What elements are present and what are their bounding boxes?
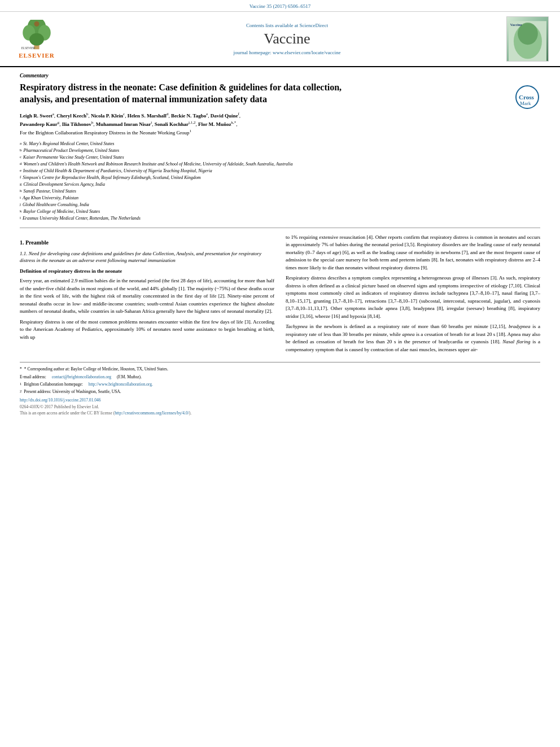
journal-header-center: Contents lists available at ScienceDirec… bbox=[68, 23, 506, 55]
crossmark-icon: Cross Mark bbox=[515, 85, 540, 110]
author-1: Leigh R. Sweet bbox=[20, 113, 53, 119]
body-col-right: to 1% requiring extensive resuscitation … bbox=[286, 234, 540, 357]
note1-sup: 1 bbox=[20, 381, 21, 387]
svg-text:ELSEVIER: ELSEVIER bbox=[21, 46, 36, 50]
page: Vaccine 35 (2017) 6506–6517 ELSEVIER ELS… bbox=[0, 0, 560, 747]
sciencedirect-link[interactable]: ScienceDirect bbox=[300, 23, 328, 28]
svg-point-5 bbox=[34, 21, 39, 26]
title-row: Respiratory distress in the neonate: Cas… bbox=[20, 82, 540, 111]
body-columns: 1. Preamble 1.1. Need for developing cas… bbox=[20, 234, 540, 357]
journal-homepage: journal homepage: www.elsevier.com/locat… bbox=[79, 50, 495, 55]
note1-link[interactable]: http://www.brightoncollaboration.org. bbox=[89, 381, 153, 387]
sciencedirect-line: Contents lists available at ScienceDirec… bbox=[79, 23, 495, 28]
issn-line: 0264-410X/© 2017 Published by Elsevier L… bbox=[20, 404, 540, 410]
email-label: E-mail address: bbox=[20, 374, 46, 380]
cc-text: This is an open access article under the… bbox=[20, 410, 115, 416]
section-1-sub2: Definition of respiratory distress in th… bbox=[20, 268, 274, 276]
cover-image-svg: Vaccine bbox=[509, 19, 546, 62]
cc-link[interactable]: http://creativecommons.org/licenses/by/4… bbox=[115, 410, 189, 416]
elsevier-logo-box: ELSEVIER ELSEVIER bbox=[6, 16, 68, 62]
journal-citation: Vaccine 35 (2017) 6506–6517 bbox=[250, 3, 311, 9]
author-10: Sonali Kochhar bbox=[155, 121, 189, 127]
elsevier-tree-icon: ELSEVIER bbox=[17, 20, 56, 51]
authors-section: Leigh R. Sweeta, Cheryl Keechb, Nicola P… bbox=[20, 111, 540, 137]
elsevier-brand: ELSEVIER bbox=[19, 52, 55, 59]
corresponding-note: * * Corresponding author at: Baylor Coll… bbox=[20, 366, 540, 372]
doi-line[interactable]: http://dx.doi.org/10.1016/j.vaccine.2017… bbox=[20, 397, 540, 403]
svg-text:Vaccine: Vaccine bbox=[510, 23, 522, 27]
author-3: Nicola P. Klein bbox=[91, 113, 123, 119]
article-title: Respiratory distress in the neonate: Cas… bbox=[20, 82, 347, 106]
author-11: Flor M. Muñoz bbox=[198, 121, 231, 127]
email-link[interactable]: contact@brightoncollaboration.org bbox=[52, 374, 111, 380]
journal-cover-thumbnail: Vaccine bbox=[506, 16, 549, 62]
body-para-2: Respiratory distress is one of the most … bbox=[20, 318, 274, 342]
note2-text: Present address: University of Washingto… bbox=[24, 388, 121, 395]
note-2: 2 Present address: University of Washing… bbox=[20, 388, 540, 395]
note1-text: Brighton Collaboration homepage: bbox=[24, 381, 83, 387]
body-para-3: to 1% requiring extensive resuscitation … bbox=[286, 234, 540, 272]
author-2: Cheryl Keech bbox=[56, 113, 86, 119]
author-7: Pawandeep Kaur bbox=[20, 121, 58, 127]
homepage-text: journal homepage: www.elsevier.com/locat… bbox=[234, 50, 341, 55]
email-note: E-mail address: contact@brightoncollabor… bbox=[20, 374, 540, 380]
journal-top-bar: Vaccine 35 (2017) 6506–6517 bbox=[0, 0, 560, 12]
author-9: Muhammad Imran Nisar bbox=[96, 121, 151, 127]
issn-text: 0264-410X/© 2017 Published by Elsevier L… bbox=[20, 404, 99, 409]
cc-line: This is an open access article under the… bbox=[20, 410, 540, 416]
body-col-left: 1. Preamble 1.1. Need for developing cas… bbox=[20, 234, 274, 357]
cc-close: ). bbox=[189, 410, 191, 416]
working-group: For the Brighton Collaboration Respirato… bbox=[20, 130, 190, 136]
journal-header: ELSEVIER ELSEVIER Contents lists availab… bbox=[0, 12, 560, 67]
body-para-4: Respiratory distress describes a symptom… bbox=[286, 274, 540, 320]
author-4: Helen S. Marshall bbox=[128, 113, 167, 119]
doi-text[interactable]: http://dx.doi.org/10.1016/j.vaccine.2017… bbox=[20, 397, 100, 403]
corresponding-text: * Corresponding author at: Baylor Colleg… bbox=[24, 366, 168, 372]
svg-text:Mark: Mark bbox=[520, 101, 531, 106]
footer-area: * * Corresponding author at: Baylor Coll… bbox=[20, 362, 540, 416]
svg-text:Cross: Cross bbox=[519, 94, 534, 101]
asterisk: * bbox=[20, 366, 22, 372]
affiliations-section: aSt. Mary's Regional Medical Center, Uni… bbox=[20, 141, 540, 222]
section-1-heading: 1. Preamble bbox=[20, 238, 274, 247]
section-1-sub: 1.1. Need for developing case definition… bbox=[20, 250, 274, 264]
note-1: 1 Brighton Collaboration homepage: http:… bbox=[20, 381, 540, 387]
author-6: David Quine bbox=[211, 113, 238, 119]
note2-sup: 2 bbox=[20, 388, 21, 395]
content-area: Commentary Respiratory distress in the n… bbox=[0, 67, 560, 422]
svg-point-4 bbox=[29, 33, 44, 45]
body-para-5: Tachypnea in the newborn is defined as a… bbox=[286, 323, 540, 353]
email-name: (F.M. Muñoz). bbox=[117, 374, 142, 380]
journal-title: Vaccine bbox=[79, 30, 495, 47]
author-8: Ilia Tikhonov bbox=[62, 121, 91, 127]
section-divider bbox=[20, 228, 540, 228]
body-para-1: Every year, an estimated 2.9 million bab… bbox=[20, 277, 274, 316]
author-5: Beckie N. Tagbo bbox=[171, 113, 206, 119]
article-type: Commentary bbox=[20, 73, 540, 78]
